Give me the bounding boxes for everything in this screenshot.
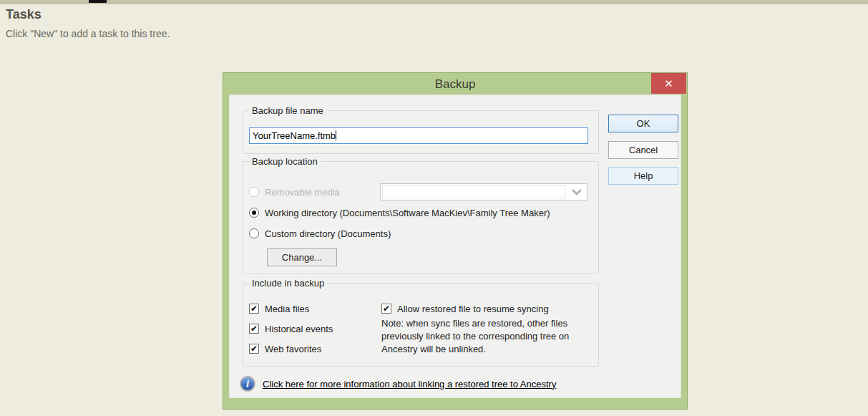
cancel-button[interactable]: Cancel xyxy=(608,141,678,159)
checkbox-label: Allow restored file to resume syncing xyxy=(397,304,549,314)
chevron-down-icon xyxy=(572,188,582,195)
ok-button[interactable]: OK xyxy=(608,115,678,132)
dialog-title: Backup xyxy=(223,73,687,95)
group-label: Backup location xyxy=(249,156,321,167)
backup-file-name-group: Backup file name YourTreeName.ftmb xyxy=(243,110,599,154)
radio-label: Working directory (Documents\Software Ma… xyxy=(265,208,550,218)
close-button[interactable]: ✕ xyxy=(651,73,686,94)
group-label: Include in backup xyxy=(249,278,327,289)
window-tab-artifact xyxy=(89,0,107,3)
window-top-strip xyxy=(0,0,868,4)
radio-label: Removable media xyxy=(265,187,340,198)
radio-custom-directory[interactable]: Custom directory (Documents) xyxy=(249,228,391,239)
removable-media-dropdown xyxy=(380,183,587,200)
checkbox-historical-events[interactable]: ✔ Historical events xyxy=(249,323,333,334)
backup-dialog: Backup ✕ Backup file name YourTreeName.f… xyxy=(223,72,688,410)
page-subtitle: Click "New" to add a task to this tree. xyxy=(6,28,170,39)
group-label: Backup file name xyxy=(249,105,326,116)
checkbox-label: Historical events xyxy=(265,324,333,334)
backup-filename-input[interactable]: YourTreeName.ftmb xyxy=(249,127,588,144)
ancestry-info-link[interactable]: Click here for more information about li… xyxy=(263,379,556,390)
checkbox-allow-resume-syncing[interactable]: ✔ Allow restored file to resume syncing xyxy=(381,303,549,314)
radio-icon[interactable] xyxy=(249,228,259,238)
backup-filename-value: YourTreeName.ftmb xyxy=(253,130,336,141)
checkbox-label: Media files xyxy=(265,304,309,314)
text-caret xyxy=(336,130,336,140)
help-button[interactable]: Help xyxy=(608,167,678,185)
checkbox-icon-checked[interactable]: ✔ xyxy=(249,344,259,354)
info-icon: i xyxy=(240,376,255,392)
info-link-row: i Click here for more information about … xyxy=(240,374,556,393)
radio-removable-media: Removable media xyxy=(249,186,340,198)
checkbox-icon-checked[interactable]: ✔ xyxy=(249,324,259,334)
radio-icon-selected[interactable] xyxy=(249,208,259,218)
dialog-body: Backup file name YourTreeName.ftmb Backu… xyxy=(229,95,681,398)
radio-label: Custom directory (Documents) xyxy=(265,228,391,239)
radio-icon xyxy=(249,187,259,197)
radio-working-directory[interactable]: Working directory (Documents\Software Ma… xyxy=(249,207,550,218)
checkbox-icon-checked[interactable]: ✔ xyxy=(249,304,259,314)
checkbox-web-favorites[interactable]: ✔ Web favorites xyxy=(249,343,321,354)
backup-location-group: Backup location Removable media Working … xyxy=(243,161,599,274)
change-button[interactable]: Change... xyxy=(267,248,337,266)
dropdown-field xyxy=(382,185,565,198)
page-title: Tasks xyxy=(6,7,42,22)
checkbox-media-files[interactable]: ✔ Media files xyxy=(249,303,309,314)
sync-note-text: Note: when sync files are restored, othe… xyxy=(381,317,603,356)
checkbox-icon-checked[interactable]: ✔ xyxy=(381,304,391,314)
include-in-backup-group: Include in backup ✔ Media files ✔ Histor… xyxy=(243,283,599,367)
checkbox-label: Web favorites xyxy=(265,344,321,354)
